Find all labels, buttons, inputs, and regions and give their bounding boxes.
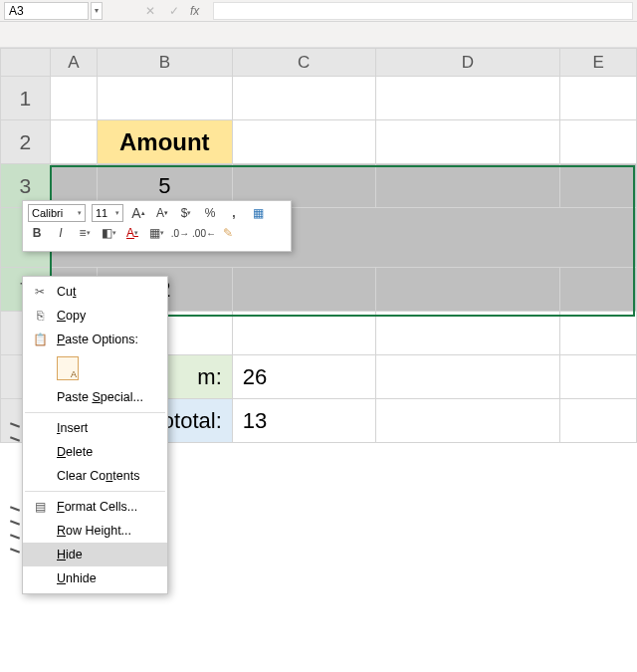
col-header-A[interactable]: A (50, 49, 97, 77)
cell-E10[interactable] (560, 399, 637, 443)
hidden-row-tick-icon (10, 508, 22, 514)
menu-format-cells[interactable]: ▤ Format Cells... (23, 495, 167, 519)
accounting-format-icon[interactable]: $▾ (177, 204, 195, 222)
menu-copy[interactable]: ⎘ Copy (23, 304, 167, 328)
fill-color-icon[interactable]: ◧▾ (100, 224, 117, 242)
format-cells-icon: ▤ (31, 498, 49, 516)
col-header-B[interactable]: B (97, 49, 232, 77)
cell-A1[interactable] (50, 77, 97, 120)
format-as-table-icon[interactable]: ▦ (249, 204, 267, 222)
fx-label[interactable]: fx (190, 4, 199, 18)
menu-row-height[interactable]: Row Height... (23, 519, 167, 543)
menu-paste-default[interactable] (23, 351, 167, 385)
hidden-row-tick-icon (10, 424, 22, 430)
borders-icon[interactable]: ▦▾ (147, 224, 165, 242)
format-painter-icon[interactable]: ✎ (219, 224, 237, 242)
cell-C2[interactable] (232, 120, 375, 164)
font-color-icon[interactable]: A▾ (123, 224, 141, 242)
menu-insert[interactable]: Insert (23, 416, 167, 440)
cell-B2[interactable]: Amount (97, 120, 232, 164)
formula-controls: ✕ ✓ fx (142, 3, 199, 19)
menu-hide-label: Hide (57, 548, 159, 561)
cancel-formula-icon: ✕ (142, 3, 158, 19)
ribbon-spacer (0, 22, 637, 48)
menu-clear-label: Clear Contents (57, 469, 159, 483)
italic-icon[interactable]: I (52, 224, 70, 242)
decrease-decimal-icon[interactable]: .00← (195, 224, 213, 242)
font-size-picker[interactable]: 11▾ (92, 204, 123, 222)
menu-unhide[interactable]: Unhide (23, 566, 167, 590)
cell-D3[interactable] (375, 164, 560, 208)
blank-icon (31, 388, 49, 406)
cell-D8[interactable] (375, 312, 560, 355)
menu-paste-options-label: Paste Options: (57, 333, 159, 346)
mini-toolbar-row1: Calibri▾ 11▾ A▴ A▾ $▾ % , ▦ (28, 204, 286, 222)
column-header-row: A B C D E (1, 49, 637, 77)
menu-paste-special[interactable]: Paste Special... (23, 385, 167, 409)
cell-D10[interactable] (375, 399, 560, 443)
formula-bar-input[interactable] (213, 2, 633, 20)
cell-C1[interactable] (232, 77, 375, 120)
menu-separator (25, 412, 165, 413)
accept-formula-icon: ✓ (166, 3, 182, 19)
cell-D9[interactable] (375, 355, 560, 399)
cell-C7[interactable] (232, 268, 375, 312)
row-context-menu: ✂ Cut ⎘ Copy 📋 Paste Options: Paste Spec… (22, 276, 168, 594)
col-header-C[interactable]: C (232, 49, 375, 77)
menu-delete[interactable]: Delete (23, 440, 167, 464)
comma-format-icon[interactable]: , (225, 204, 243, 222)
menu-clear-contents[interactable]: Clear Contents (23, 464, 167, 488)
col-header-E[interactable]: E (560, 49, 637, 77)
cell-E7[interactable] (560, 268, 637, 312)
cell-C9[interactable]: 26 (232, 355, 375, 399)
font-picker[interactable]: Calibri▾ (28, 204, 86, 222)
cell-E9[interactable] (560, 355, 637, 399)
percent-format-icon[interactable]: % (201, 204, 219, 222)
menu-separator (25, 491, 165, 492)
menu-hide[interactable]: Hide (23, 543, 167, 566)
cell-C10[interactable]: 13 (232, 399, 375, 443)
menu-cut[interactable]: ✂ Cut (23, 280, 167, 304)
mini-toolbar: Calibri▾ 11▾ A▴ A▾ $▾ % , ▦ B I ≡▾ ◧▾ A▾… (22, 200, 292, 252)
hidden-row-tick-icon (10, 522, 22, 528)
cell-D7[interactable] (375, 268, 560, 312)
row-2: 2 Amount (1, 120, 637, 164)
cell-E1[interactable] (560, 77, 637, 120)
cell-D2[interactable] (375, 120, 560, 164)
name-box[interactable]: A3 (4, 2, 89, 20)
menu-insert-label: Insert (57, 421, 159, 435)
cell-B1[interactable] (97, 77, 232, 120)
menu-copy-label: Copy (57, 309, 159, 323)
font-size: 11 (96, 207, 107, 219)
cell-E2[interactable] (560, 120, 637, 164)
cell-C8[interactable] (232, 312, 375, 355)
increase-decimal-icon[interactable]: .0→ (171, 224, 189, 242)
row-1: 1 (1, 77, 637, 120)
row-header-1[interactable]: 1 (1, 77, 51, 120)
formula-bar-row: A3 ▾ ✕ ✓ fx (0, 0, 637, 22)
name-box-dropdown[interactable]: ▾ (91, 2, 103, 20)
menu-paste-special-label: Paste Special... (57, 390, 159, 404)
cell-E3[interactable] (560, 164, 637, 208)
row-header-2[interactable]: 2 (1, 120, 51, 164)
cut-icon: ✂ (31, 283, 49, 301)
cell-D1[interactable] (375, 77, 560, 120)
align-icon[interactable]: ≡▾ (76, 224, 94, 242)
cell-E8[interactable] (560, 312, 637, 355)
decrease-font-icon[interactable]: A▾ (153, 204, 171, 222)
menu-paste-options[interactable]: 📋 Paste Options: (23, 328, 167, 351)
hidden-row-tick-icon (10, 536, 22, 542)
increase-font-icon[interactable]: A▴ (129, 204, 147, 222)
font-name: Calibri (32, 207, 63, 219)
cell-A2[interactable] (50, 120, 97, 164)
menu-unhide-label: Unhide (57, 571, 159, 585)
menu-format-cells-label: Format Cells... (57, 500, 159, 514)
hidden-row-tick-icon (10, 438, 22, 444)
col-header-D[interactable]: D (375, 49, 560, 77)
select-all-corner[interactable] (1, 49, 51, 77)
mini-toolbar-row2: B I ≡▾ ◧▾ A▾ ▦▾ .0→ .00← ✎ (28, 224, 286, 242)
bold-icon[interactable]: B (28, 224, 46, 242)
paste-default-icon (57, 356, 79, 380)
menu-cut-label: Cut (57, 285, 159, 299)
menu-delete-label: Delete (57, 445, 159, 459)
